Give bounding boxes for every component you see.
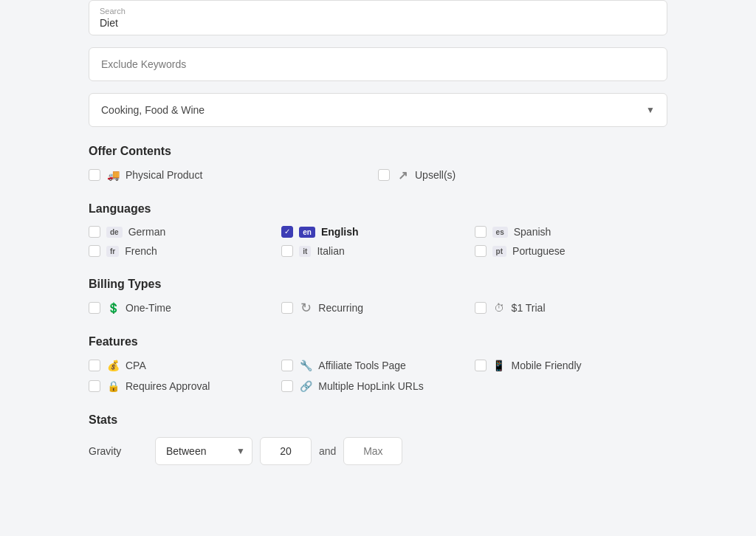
checkbox-item-physical-product[interactable]: 🚚 Physical Product xyxy=(89,168,378,182)
search-field-wrapper: Search xyxy=(89,0,667,35)
checkbox-multiple-hoplink[interactable] xyxy=(281,380,293,392)
upsells-label: Upsell(s) xyxy=(415,169,456,181)
page-container: Search Exclude Keywords Cooking, Food & … xyxy=(0,0,756,536)
truck-icon: 🚚 xyxy=(106,168,120,182)
badge-fr: fr xyxy=(106,246,119,257)
languages-section: Languages de German en English es Spanis… xyxy=(89,202,667,257)
and-label: and xyxy=(319,445,336,457)
requires-approval-label: Requires Approval xyxy=(126,380,210,392)
checkbox-one-time[interactable] xyxy=(89,302,100,314)
badge-en: en xyxy=(299,227,315,238)
mobile-icon: 📱 xyxy=(492,359,506,372)
exclude-keywords-label: Exclude Keywords xyxy=(101,58,186,70)
gravity-row: Gravity Between Greater Than Less Than ▼… xyxy=(89,437,667,465)
checkbox-item-requires-approval[interactable]: 🔒 Requires Approval xyxy=(89,379,281,393)
checkbox-mobile-friendly[interactable] xyxy=(475,360,487,371)
mobile-friendly-label: Mobile Friendly xyxy=(512,360,582,371)
english-label: English xyxy=(321,226,359,238)
multiple-hoplink-label: Multiple HopLink URLs xyxy=(318,380,423,392)
offer-contents-section: Offer Contents 🚚 Physical Product ↗ Upse… xyxy=(89,145,667,182)
languages-grid: de German en English es Spanish fr Frenc… xyxy=(89,226,667,257)
checkbox-item-multiple-hoplink[interactable]: 🔗 Multiple HopLink URLs xyxy=(281,379,474,393)
checkbox-item-english[interactable]: en English xyxy=(281,226,474,238)
offer-contents-grid: 🚚 Physical Product ↗ Upsell(s) xyxy=(89,168,667,182)
search-label: Search xyxy=(100,7,656,16)
offer-contents-title: Offer Contents xyxy=(89,145,667,158)
checkbox-item-mobile-friendly[interactable]: 📱 Mobile Friendly xyxy=(475,359,667,372)
clock-icon: ⏱ xyxy=(492,301,506,315)
checkbox-english[interactable] xyxy=(281,226,293,238)
checkbox-item-upsells[interactable]: ↗ Upsell(s) xyxy=(378,168,667,182)
gravity-max-input[interactable] xyxy=(343,437,402,465)
features-title: Features xyxy=(89,335,667,348)
checkbox-spanish[interactable] xyxy=(475,226,487,238)
recurring-icon: ↻ xyxy=(299,301,312,315)
gravity-min-input[interactable] xyxy=(260,437,312,465)
checkbox-item-dollar-trial[interactable]: ⏱ $1 Trial xyxy=(475,301,667,315)
features-grid: 💰 CPA 🔧 Affiliate Tools Page 📱 Mobile Fr… xyxy=(89,359,667,393)
checkbox-item-italian[interactable]: it Italian xyxy=(281,245,474,257)
tools-icon: 🔧 xyxy=(299,359,312,372)
checkbox-cpa[interactable] xyxy=(89,360,100,371)
checkbox-recurring[interactable] xyxy=(281,302,293,314)
features-section: Features 💰 CPA 🔧 Affiliate Tools Page 📱 … xyxy=(89,335,667,393)
checkbox-portuguese[interactable] xyxy=(475,245,487,257)
checkbox-item-recurring[interactable]: ↻ Recurring xyxy=(281,301,474,315)
category-dropdown[interactable]: Cooking, Food & Wine ▼ xyxy=(89,93,667,127)
dollar-icon: 💲 xyxy=(106,301,120,315)
checkbox-french[interactable] xyxy=(89,245,100,257)
checkbox-physical-product[interactable] xyxy=(89,169,100,181)
lock-icon: 🔒 xyxy=(106,379,120,393)
category-label: Cooking, Food & Wine xyxy=(101,104,205,116)
checkbox-german[interactable] xyxy=(89,226,100,238)
checkbox-item-cpa[interactable]: 💰 CPA xyxy=(89,359,281,372)
between-select[interactable]: Between Greater Than Less Than xyxy=(155,437,252,465)
portuguese-label: Portuguese xyxy=(512,245,566,257)
french-label: French xyxy=(125,245,157,257)
upsell-icon: ↗ xyxy=(396,168,409,182)
italian-label: Italian xyxy=(317,245,344,257)
dollar-trial-label: $1 Trial xyxy=(512,302,546,314)
languages-title: Languages xyxy=(89,202,667,216)
badge-de: de xyxy=(106,227,123,238)
link-icon: 🔗 xyxy=(299,379,312,393)
checkbox-item-german[interactable]: de German xyxy=(89,226,281,238)
cpa-icon: 💰 xyxy=(106,359,120,372)
billing-types-section: Billing Types 💲 One-Time ↻ Recurring ⏱ $… xyxy=(89,278,667,315)
spanish-label: Spanish xyxy=(514,226,551,238)
stats-section: Stats Gravity Between Greater Than Less … xyxy=(89,413,667,465)
exclude-keywords-field[interactable]: Exclude Keywords xyxy=(89,47,667,81)
badge-pt: pt xyxy=(492,246,506,257)
checkbox-italian[interactable] xyxy=(281,245,293,257)
one-time-label: One-Time xyxy=(126,302,171,314)
badge-it: it xyxy=(299,246,311,257)
billing-types-title: Billing Types xyxy=(89,278,667,291)
gravity-label: Gravity xyxy=(89,445,148,457)
checkbox-affiliate-tools[interactable] xyxy=(281,360,293,371)
checkbox-upsells[interactable] xyxy=(378,169,390,181)
billing-types-grid: 💲 One-Time ↻ Recurring ⏱ $1 Trial xyxy=(89,301,667,315)
search-input[interactable] xyxy=(100,17,656,29)
checkbox-item-portuguese[interactable]: pt Portuguese xyxy=(475,245,667,257)
cpa-label: CPA xyxy=(126,360,146,371)
physical-product-label: Physical Product xyxy=(126,169,202,181)
checkbox-dollar-trial[interactable] xyxy=(475,302,487,314)
badge-es: es xyxy=(492,227,508,238)
checkbox-item-affiliate-tools[interactable]: 🔧 Affiliate Tools Page xyxy=(281,359,474,372)
german-label: German xyxy=(128,226,166,238)
recurring-label: Recurring xyxy=(318,302,363,314)
checkbox-item-spanish[interactable]: es Spanish xyxy=(475,226,667,238)
checkbox-requires-approval[interactable] xyxy=(89,380,100,392)
stats-title: Stats xyxy=(89,413,667,427)
chevron-down-icon: ▼ xyxy=(646,105,655,115)
checkbox-item-one-time[interactable]: 💲 One-Time xyxy=(89,301,281,315)
affiliate-tools-label: Affiliate Tools Page xyxy=(318,360,406,371)
checkbox-item-french[interactable]: fr French xyxy=(89,245,281,257)
between-select-wrapper: Between Greater Than Less Than ▼ xyxy=(155,437,252,465)
